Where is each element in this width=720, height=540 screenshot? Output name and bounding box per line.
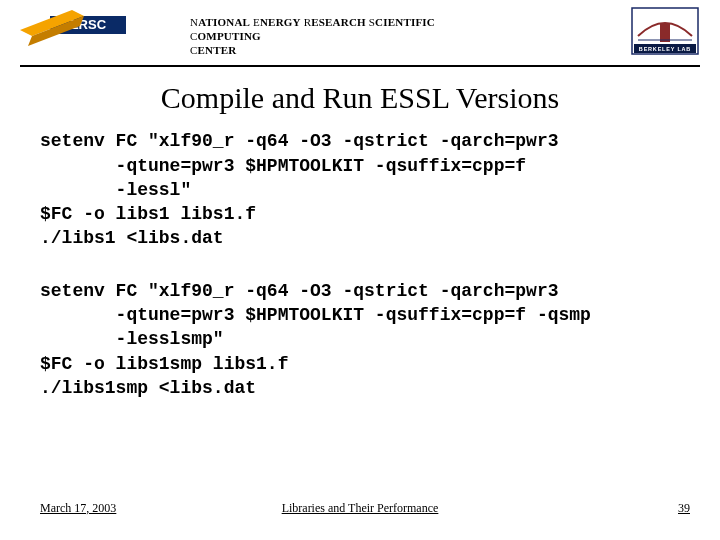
org-name: NATIONAL ENERGY RESEARCH SCIENTIFIC COMP…: [190, 16, 490, 57]
code-block-1: setenv FC "xlf90_r -q64 -O3 -qstrict -qa…: [40, 129, 720, 250]
svg-rect-4: [660, 24, 670, 42]
slide-header: ERSC NATIONAL ENERGY RESEARCH SCIENTIFIC…: [0, 0, 720, 57]
header-rule: [20, 65, 700, 67]
footer-title: Libraries and Their Performance: [282, 501, 439, 516]
slide-title: Compile and Run ESSL Versions: [0, 81, 720, 115]
slide-footer: March 17, 2003 Libraries and Their Perfo…: [0, 501, 720, 516]
lab-label: BERKELEY LAB: [639, 46, 691, 52]
page-number: 39: [678, 501, 690, 516]
code-block-2: setenv FC "xlf90_r -q64 -O3 -qstrict -qa…: [40, 279, 720, 400]
berkeley-lab-logo: BERKELEY LAB: [630, 6, 700, 56]
footer-date: March 17, 2003: [40, 501, 116, 516]
nersc-logo: ERSC: [20, 10, 130, 48]
